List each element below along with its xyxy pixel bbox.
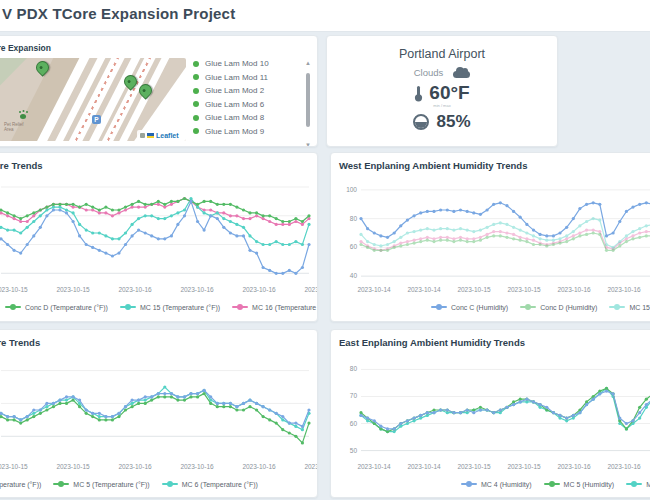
weather-card: Portland Airport Clouds 60°F min / max 8… <box>326 35 558 147</box>
legend-marker-icon <box>232 303 248 311</box>
legend-item[interactable]: MC 5 (Temperature (°F)) <box>53 480 149 488</box>
series-mc-6-temperature-f- <box>0 385 311 431</box>
pet-relief-label: Pet Relief Area <box>4 122 24 132</box>
map-card: TCore Expansion Pet Relief Area P <box>0 35 318 147</box>
map-card-title: TCore Expansion <box>0 43 51 53</box>
dashboard: V PDX TCore Expansion Project TCore Expa… <box>0 0 650 500</box>
y-axis-tick: 40 <box>337 272 357 279</box>
chart-canvas[interactable] <box>361 356 650 458</box>
humidity-icon <box>413 114 429 130</box>
legend-item[interactable]: Conc D (Humidity) <box>520 303 597 311</box>
humidity-value: 85% <box>436 112 470 132</box>
chart-title: East Enplaning Ambient Humidity Trends <box>339 337 525 348</box>
line-plot[interactable] <box>1 179 309 281</box>
line-plot[interactable] <box>1 356 309 458</box>
x-axis-tick: 2023-10-16 <box>105 463 165 470</box>
thermometer-icon <box>414 85 423 102</box>
x-axis-tick: 2023-10-16 <box>229 286 289 293</box>
leaflet-logo-icon <box>140 133 145 138</box>
legend-label: MC 15 (Humidity) <box>629 304 650 311</box>
y-axis-tick: 80 <box>337 215 357 222</box>
list-item[interactable]: Glue Lam Mod 2 <box>193 86 297 95</box>
chart-legend: Conc C (Temperature (°F))Conc D (Tempera… <box>0 303 317 311</box>
legend-marker-icon <box>609 303 625 311</box>
series-mc-5-humidity- <box>359 387 650 433</box>
chart-card-east-humidity: East Enplaning Ambient Humidity Trends 8… <box>330 329 650 498</box>
series-mc-16-humidity- <box>359 229 650 252</box>
chart-legend: MC 4 (Temperature (°F))MC 5 (Temperature… <box>0 480 317 488</box>
legend-marker-icon <box>520 303 536 311</box>
scroll-up-icon[interactable]: ▲ <box>304 60 312 66</box>
legend-marker-icon <box>120 303 136 311</box>
weather-condition: Clouds <box>414 67 444 78</box>
scroll-down-icon[interactable]: ▼ <box>304 142 312 147</box>
x-axis-tick: 2023-10-16 <box>167 463 227 470</box>
legend-item[interactable]: MC 6 (Temperature (°F)) <box>162 480 258 488</box>
legend-item[interactable]: MC 5 (Humidity) <box>544 480 615 488</box>
series-mc-4-temperature-f- <box>0 389 311 428</box>
weather-station-name: Portland Airport <box>327 47 557 61</box>
legend-item[interactable]: Conc C (Humidity) <box>431 303 508 311</box>
x-axis-tick: 2023-10-15 <box>43 286 103 293</box>
ukraine-flag-icon <box>147 133 154 138</box>
list-scrollbar[interactable]: ▲ ▼ <box>304 60 312 147</box>
chart-canvas[interactable] <box>1 179 309 281</box>
y-axis-tick: 80 <box>337 365 357 372</box>
line-plot[interactable] <box>361 356 650 458</box>
chart-legend: MC 4 (Humidity)MC 5 (Humidity)MC 6 (Humi… <box>331 480 650 488</box>
marker-dot-icon <box>193 74 199 80</box>
list-item-label: Glue Lam Mod 2 <box>205 86 264 95</box>
chart-title: West Enplaning Ambient Humidity Trends <box>339 160 527 171</box>
legend-marker-icon <box>461 480 477 488</box>
leaflet-map[interactable]: Pet Relief Area P Leaflet <box>0 58 186 141</box>
legend-marker-icon <box>626 480 642 488</box>
chart-canvas[interactable] <box>1 356 309 458</box>
legend-label: Conc D (Humidity) <box>540 304 597 311</box>
app-header: V PDX TCore Expansion Project <box>0 0 650 32</box>
map-attribution: Leaflet <box>137 130 182 141</box>
legend-item[interactable]: MC 15 (Humidity) <box>609 303 650 311</box>
marker-dot-icon <box>193 88 199 94</box>
list-item-label: Glue Lam Mod 10 <box>205 59 269 68</box>
legend-item[interactable]: MC 4 (Temperature (°F)) <box>0 480 41 488</box>
x-axis-tick: 2023-10-17 <box>291 286 318 293</box>
legend-marker-icon <box>162 480 178 488</box>
list-item[interactable]: Glue Lam Mod 11 <box>193 73 297 82</box>
legend-item[interactable]: MC 15 (Temperature (°F)) <box>120 303 220 311</box>
legend-item[interactable]: Conc D (Temperature (°F)) <box>5 303 108 311</box>
legend-label: MC 5 (Temperature (°F)) <box>73 481 149 488</box>
list-item[interactable]: Glue Lam Mod 6 <box>193 100 297 109</box>
list-item-label: Glue Lam Mod 8 <box>205 113 264 122</box>
legend-marker-icon <box>431 303 447 311</box>
chart-card-east-temperature: East Enplaning Ambient Temperature Trend… <box>0 329 318 498</box>
list-item[interactable]: Glue Lam Mod 8 <box>193 113 297 122</box>
legend-item[interactable]: MC 6 (Humidity) <box>626 480 650 488</box>
x-axis-tick: 2023-10-16 <box>167 286 227 293</box>
x-axis-tick: 2023-10-16 <box>594 286 650 293</box>
x-axis-tick: 2023-10-15 <box>43 463 103 470</box>
y-axis-tick: 60 <box>337 420 357 427</box>
leaflet-link[interactable]: Leaflet <box>156 132 179 139</box>
series-conc-c-humidity- <box>359 201 650 239</box>
temperature-value: 60°F <box>429 82 469 104</box>
chart-card-west-temperature: West Enplaning Ambient Temperature Trend… <box>0 152 318 322</box>
legend-item[interactable]: MC 16 (Temperature (°F)) <box>232 303 318 311</box>
chart-title: East Enplaning Ambient Temperature Trend… <box>0 337 40 348</box>
scrollbar-thumb[interactable] <box>306 73 310 127</box>
y-axis-tick: 100 <box>337 186 357 193</box>
legend-marker-icon <box>544 480 560 488</box>
list-item[interactable]: Glue Lam Mod 10 <box>193 59 297 68</box>
list-item-label: Glue Lam Mod 6 <box>205 100 264 109</box>
list-item-label: Glue Lam Mod 11 <box>205 73 268 82</box>
y-axis-tick: 60 <box>337 243 357 250</box>
legend-item[interactable]: MC 4 (Humidity) <box>461 480 532 488</box>
series-mc-4-humidity- <box>359 390 650 431</box>
marker-dot-icon <box>193 101 199 107</box>
marker-dot-icon <box>193 128 199 134</box>
legend-label: MC 6 (Temperature (°F)) <box>182 481 258 488</box>
cloud-icon <box>453 71 470 78</box>
line-plot[interactable] <box>361 179 650 281</box>
chart-canvas[interactable] <box>361 179 650 281</box>
list-item[interactable]: Glue Lam Mod 9 <box>193 127 297 136</box>
series-mc-6-humidity- <box>359 387 650 433</box>
